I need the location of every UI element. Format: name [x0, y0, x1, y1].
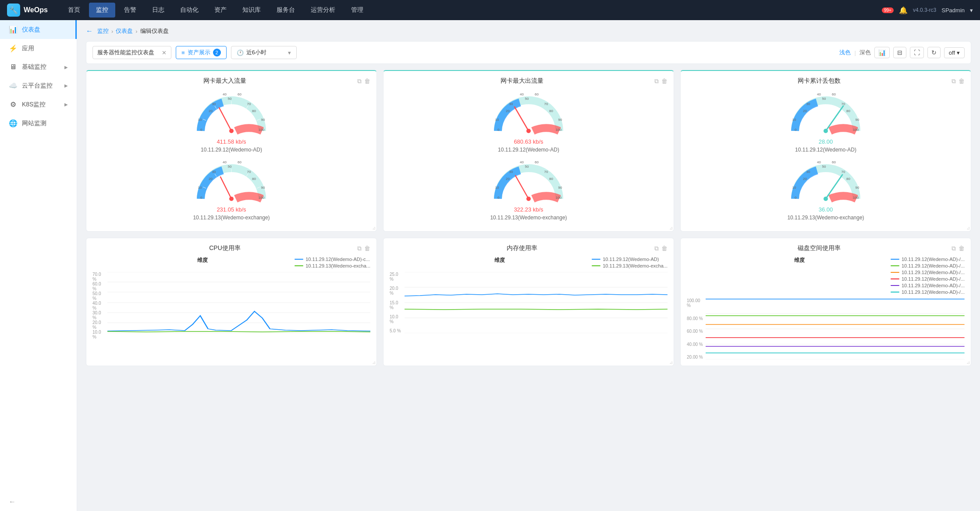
card6-delete-icon[interactable]: 🗑 [959, 245, 965, 252]
nav-item-home[interactable]: 首页 [61, 3, 87, 18]
card2-header: 网卡最大出流量 ⧉ 🗑 [390, 77, 668, 85]
gauge1-value-top: 411.58 kb/s [217, 138, 246, 145]
legend-item-0: 10.11.29.12(Wedemo-AD)-c... [295, 257, 370, 262]
svg-text:50: 50 [228, 165, 232, 169]
nav-item-monitor[interactable]: 监控 [89, 3, 115, 18]
card1-delete-icon[interactable]: 🗑 [364, 78, 370, 85]
card6-y-axis: 100.00 % 80.00 % 60.00 % 40.00 % 20.00 % [687, 298, 704, 359]
card4-edit-icon[interactable]: ⧉ [357, 245, 362, 252]
main-content: ← 监控 › 仪表盘 › 编辑仪表盘 服务器性能监控仪表盘 ✕ ≡ 资产展示 2… [77, 20, 980, 511]
svg-point-48 [526, 129, 531, 133]
svg-text:30: 30 [806, 102, 810, 106]
svg-text:20: 20 [209, 109, 213, 113]
svg-text:30: 30 [212, 102, 216, 106]
nav-item-service[interactable]: 服务台 [270, 3, 302, 18]
asset-filter-button[interactable]: ≡ 资产展示 2 [176, 46, 227, 59]
app-logo[interactable]: 🔧 WeOps [7, 4, 48, 17]
svg-text:20: 20 [209, 177, 213, 181]
sidebar-item-dashboard-label: 仪表盘 [22, 26, 40, 34]
svg-text:40: 40 [223, 92, 227, 96]
chevron-icon-k8s: ▶ [64, 102, 68, 107]
gauge3-bottom-svg: 50 30 10 70 90 40 60 20 80 0 100 [786, 157, 865, 205]
sidebar-item-apps[interactable]: ⚡ 应用 [0, 39, 77, 58]
toolbar: 服务器性能监控仪表盘 ✕ ≡ 资产展示 2 🕐 近6小时 ▾ 浅色 | 深色 📊… [86, 41, 971, 64]
time-selector[interactable]: 🕐 近6小时 ▾ [231, 46, 297, 59]
nav-item-log[interactable]: 日志 [145, 3, 171, 18]
card5-legend-item-1: 10.11.29.13(Wedemo-excha... [592, 263, 668, 268]
card1-resize[interactable]: ⊿ [372, 226, 376, 230]
gauge1-bottom-svg: 50 30 10 70 90 40 60 20 80 0 100 [192, 157, 271, 205]
layout-btn[interactable]: ⊟ [893, 47, 906, 58]
nav-item-knowledge[interactable]: 知识库 [235, 3, 268, 18]
breadcrumb-dashboard[interactable]: 仪表盘 [116, 27, 133, 35]
sidebar-item-basic-monitor[interactable]: 🖥 基础监控 ▶ [0, 58, 77, 76]
chart-view-btn[interactable]: 📊 [874, 47, 890, 58]
svg-text:0: 0 [795, 128, 797, 132]
sidebar-item-cloud-monitor[interactable]: ☁️ 云平台监控 ▶ [0, 76, 77, 95]
card1-header: 网卡最大入流量 ⧉ 🗑 [92, 77, 370, 85]
card3-edit-icon[interactable]: ⧉ [952, 78, 956, 85]
gauge2-top: 50 30 10 70 90 40 60 20 80 0 100 [390, 89, 668, 153]
svg-text:80: 80 [252, 177, 256, 181]
gauge2-value-bottom: 322.23 kb/s [514, 206, 543, 213]
breadcrumb-sep1: › [111, 28, 113, 35]
card5-legend-label-1: 10.11.29.13(Wedemo-excha... [603, 263, 668, 268]
sidebar-collapse-btn[interactable]: ← [0, 493, 77, 511]
card1-title: 网卡最大入流量 [92, 77, 357, 85]
svg-text:60: 60 [238, 160, 241, 164]
card4-dimension-row: 维度 10.11.29.12(Wedemo-AD)-c... 10.11.29.… [92, 257, 370, 268]
card4-resize[interactable]: ⊿ [372, 360, 376, 365]
nav-item-alert[interactable]: 告警 [117, 3, 143, 18]
gauge1-label-bottom: 10.11.29.13(Wedemo-exchange) [193, 215, 270, 221]
dashboard-selector[interactable]: 服务器性能监控仪表盘 ✕ [92, 46, 171, 59]
nav-item-automation[interactable]: 自动化 [173, 3, 206, 18]
sidebar-item-k8s[interactable]: ⚙ K8S监控 ▶ [0, 95, 77, 114]
nav-item-assets[interactable]: 资产 [207, 3, 234, 18]
clear-dashboard-btn[interactable]: ✕ [162, 49, 167, 56]
theme-dark-btn[interactable]: 深色 [859, 49, 871, 56]
gauge3-label-top: 10.11.29.12(Wedemo-AD) [795, 147, 856, 153]
card4-delete-icon[interactable]: 🗑 [364, 245, 370, 252]
y-label-0: 70.0 % [92, 272, 106, 282]
card1-edit-icon[interactable]: ⧉ [357, 78, 362, 85]
legend-dot-green [295, 265, 303, 266]
svg-text:100: 100 [853, 128, 859, 132]
card5-legend: 10.11.29.12(Wedemo-AD) 10.11.29.13(Wedem… [592, 257, 668, 268]
notification-badge[interactable]: 99+ [882, 7, 894, 13]
card2-resize[interactable]: ⊿ [669, 226, 673, 230]
website-icon: 🌐 [9, 119, 18, 127]
card5-edit-icon[interactable]: ⧉ [654, 245, 659, 252]
refresh-btn[interactable]: ↻ [927, 47, 941, 58]
breadcrumb-monitor[interactable]: 监控 [97, 27, 109, 35]
fullscreen-btn[interactable]: ⛶ [910, 47, 924, 58]
off-dropdown[interactable]: off ▾ [944, 47, 965, 58]
card2-edit-icon[interactable]: ⧉ [654, 78, 659, 85]
card6-edit-icon[interactable]: ⧉ [952, 245, 956, 252]
card5-delete-icon[interactable]: 🗑 [661, 245, 668, 252]
card6-y-1: 80.00 % [687, 316, 704, 321]
sidebar-item-website[interactable]: 🌐 网站监测 [0, 114, 77, 133]
sidebar-item-dashboard[interactable]: 📊 仪表盘 [0, 20, 77, 39]
card3-resize[interactable]: ⊿ [966, 226, 970, 230]
svg-text:50: 50 [525, 97, 529, 101]
user-info[interactable]: SPadmin [941, 7, 965, 14]
card5-dimension-label: 维度 [412, 257, 587, 264]
gauge2-top-svg: 50 30 10 70 90 40 60 20 80 0 100 [489, 89, 568, 137]
monitor-icon: 🖥 [9, 63, 18, 71]
card6-legend-5: 10.11.29.12(Wedemo-AD)-/... [891, 289, 965, 295]
card6-legend-label-3: 10.11.29.12(Wedemo-AD)-/... [902, 276, 965, 282]
user-dropdown-icon[interactable]: ▾ [970, 7, 973, 14]
y-label-5: 20.0 % [92, 320, 106, 330]
card6-resize[interactable]: ⊿ [966, 360, 970, 365]
nav-item-ops[interactable]: 运营分析 [304, 3, 342, 18]
back-button[interactable]: ← [86, 27, 93, 35]
card6-dot-0 [891, 259, 899, 260]
card3-delete-icon[interactable]: 🗑 [959, 78, 965, 85]
theme-light-btn[interactable]: 浅色 [839, 49, 851, 56]
sidebar-item-apps-label: 应用 [22, 45, 34, 53]
card5-resize[interactable]: ⊿ [669, 360, 673, 365]
chevron-icon-cloud: ▶ [64, 83, 68, 88]
notification-icon[interactable]: 🔔 [899, 6, 908, 14]
nav-item-admin[interactable]: 管理 [344, 3, 370, 18]
card2-delete-icon[interactable]: 🗑 [661, 78, 668, 85]
